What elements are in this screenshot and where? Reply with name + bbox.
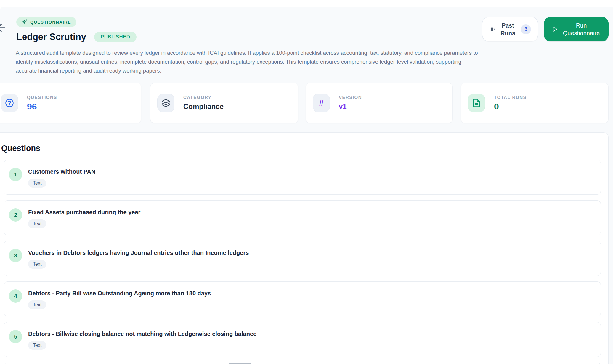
past-runs-label: Past Runs <box>498 22 517 37</box>
stat-label: TOTAL RUNS <box>494 95 527 100</box>
type-badge-label: QUESTIONNAIRE <box>30 20 71 25</box>
question-number-badge: 5 <box>9 330 22 343</box>
question-card[interactable]: 5 Debtors - Billwise closing balance not… <box>4 322 601 357</box>
sparkles-icon <box>21 19 28 25</box>
question-circle-icon <box>1 94 18 112</box>
question-text: Vouchers in Debtors ledgers having Journ… <box>28 249 249 257</box>
stat-card-version: # VERSION v1 <box>306 83 453 123</box>
run-questionnaire-button[interactable]: Run Questionnaire <box>544 17 609 41</box>
question-text: Debtors - Billwise closing balance not m… <box>28 330 256 338</box>
eye-icon <box>489 26 495 32</box>
question-text: Debtors - Party Bill wise Outstanding Ag… <box>28 289 211 297</box>
stat-value-questions: 96 <box>27 102 57 111</box>
question-type-badge: Text <box>28 179 46 188</box>
play-icon <box>552 26 558 32</box>
arrow-left-icon <box>0 22 7 34</box>
stat-label: CATEGORY <box>183 95 224 100</box>
hash-icon: # <box>313 94 330 112</box>
questions-list: 1 Customers without PAN Text 2 Fixed Ass… <box>4 160 601 364</box>
past-runs-count-badge: 3 <box>521 24 531 34</box>
status-badge: PUBLISHED <box>94 32 137 42</box>
questionnaire-description: A structured audit template designed to … <box>16 49 481 75</box>
run-questionnaire-label: Run Questionnaire <box>562 22 601 37</box>
question-type-badge: Text <box>28 341 46 350</box>
question-type-badge: Text <box>28 219 46 228</box>
question-text: Customers without PAN <box>28 168 95 176</box>
question-card[interactable]: 2 Fixed Assets purchased during the year… <box>4 200 601 235</box>
question-text: Fixed Assets purchased during the year <box>28 208 140 216</box>
page-title: Ledger Scrutiny <box>16 31 86 43</box>
question-number-badge: 3 <box>9 249 22 262</box>
question-card[interactable]: 4 Debtors - Party Bill wise Outstanding … <box>4 281 601 316</box>
question-card[interactable]: 3 Vouchers in Debtors ledgers having Jou… <box>4 241 601 276</box>
question-number-badge: 4 <box>9 289 22 303</box>
stat-label: VERSION <box>339 95 362 100</box>
stat-label: QUESTIONS <box>27 95 57 100</box>
stat-card-questions: QUESTIONS 96 <box>0 83 141 123</box>
questions-panel: Questions 1 Customers without PAN Text 2… <box>0 132 609 364</box>
back-button[interactable] <box>0 22 7 34</box>
file-text-icon <box>468 94 485 112</box>
stat-value-category: Compliance <box>183 102 224 111</box>
question-type-badge: Text <box>28 300 46 309</box>
question-type-badge: Text <box>28 260 46 269</box>
questions-heading: Questions <box>1 144 40 153</box>
question-number-badge: 1 <box>9 168 22 181</box>
stat-value-version: v1 <box>339 102 362 111</box>
stat-value-total-runs: 0 <box>494 102 527 111</box>
questionnaire-detail-page: QUESTIONNAIRE Ledger Scrutiny PUBLISHED … <box>0 0 613 364</box>
stat-card-category: CATEGORY Compliance <box>150 83 298 123</box>
past-runs-button[interactable]: Past Runs 3 <box>482 17 538 41</box>
scrollbar-thumb[interactable] <box>229 363 251 364</box>
top-whitespace-bar <box>0 0 613 7</box>
question-card-partial[interactable] <box>4 363 601 364</box>
question-card[interactable]: 1 Customers without PAN Text <box>4 160 601 195</box>
questionnaire-type-badge: QUESTIONNAIRE <box>16 17 76 27</box>
question-number-badge: 2 <box>9 208 22 222</box>
stat-card-total-runs: TOTAL RUNS 0 <box>461 83 609 123</box>
layers-icon <box>157 94 174 112</box>
